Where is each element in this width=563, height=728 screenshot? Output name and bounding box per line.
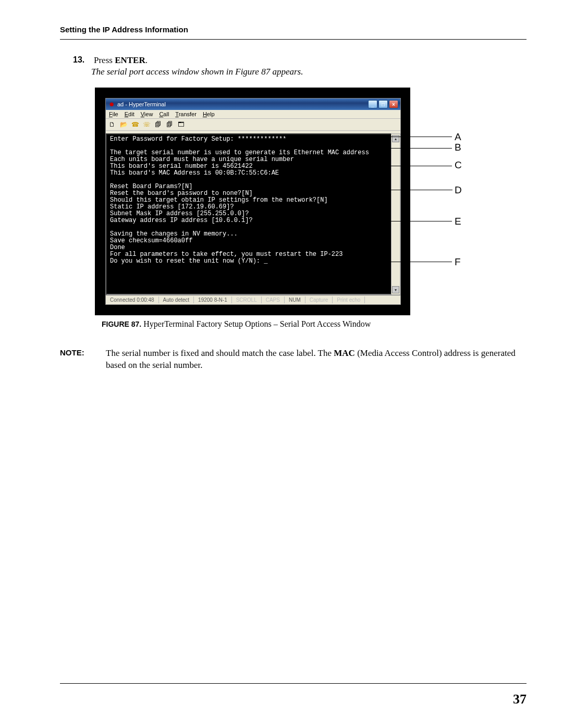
properties-icon[interactable]: 🗔 <box>177 120 185 129</box>
status-detect: Auto detect <box>159 297 194 303</box>
callout-e: E <box>455 216 461 227</box>
menu-call[interactable]: Call <box>159 111 169 117</box>
section-header: Setting the IP Address Information <box>60 25 527 34</box>
scroll-down-icon[interactable]: ▾ <box>392 286 399 293</box>
callout-line-f <box>275 262 452 262</box>
figure-label: FIGURE 87. <box>102 320 141 328</box>
status-num: NUM <box>285 297 305 303</box>
minimize-button[interactable]: _ <box>368 100 377 108</box>
status-capture: Capture <box>305 297 333 303</box>
menu-help[interactable]: Help <box>203 111 215 117</box>
status-scroll: SCROLL <box>232 297 262 303</box>
menu-file[interactable]: File <box>109 111 118 117</box>
menubar[interactable]: File Edit View Call Transfer Help <box>106 110 400 119</box>
send-icon[interactable]: 🗐 <box>154 120 162 129</box>
statusbar: Connected 0:00:48 Auto detect 19200 8-N-… <box>106 295 400 304</box>
note-text-pre: The serial number is fixed and should ma… <box>106 348 334 358</box>
footer-rule <box>60 683 527 684</box>
figure-area: ✺ ad - HyperTerminal _ □ × File Edit Vie… <box>95 88 527 315</box>
scrollbar[interactable]: ▴ ▾ <box>391 133 400 295</box>
step-text-post: . <box>145 55 148 65</box>
phone-icon[interactable]: ☎ <box>131 120 139 129</box>
callout-line-a <box>285 137 452 137</box>
page-number: 37 <box>513 692 527 707</box>
screenshot-border: ✺ ad - HyperTerminal _ □ × File Edit Vie… <box>95 88 410 315</box>
callout-line-c <box>285 166 452 166</box>
callout-a: A <box>455 131 461 143</box>
callout-f: F <box>455 256 461 268</box>
callout-c: C <box>455 159 462 171</box>
step-italic: The serial port access window shown in F… <box>91 67 527 77</box>
menu-edit[interactable]: Edit <box>125 111 134 117</box>
terminal-output[interactable]: Enter Password for Factory Setup: ******… <box>106 133 391 295</box>
callout-d: D <box>455 184 462 196</box>
status-baud: 19200 8-N-1 <box>194 297 232 303</box>
step-number: 13. <box>73 55 89 66</box>
header-rule <box>60 39 527 40</box>
callout-line-d <box>340 190 452 190</box>
toolbar: 🗋 📂 ☎ ☏ 🗐 🗐 🗔 <box>106 119 400 131</box>
callout-line-e <box>275 221 452 221</box>
status-print: Print echo <box>333 297 365 303</box>
maximize-button[interactable]: □ <box>378 100 388 108</box>
step-text: Press ENTER. <box>94 55 148 66</box>
open-folder-icon[interactable]: 📂 <box>119 120 128 129</box>
note-label: NOTE: <box>60 348 91 372</box>
status-caps: CAPS <box>262 297 285 303</box>
callout-line-b <box>369 148 452 149</box>
new-file-icon[interactable]: 🗋 <box>108 120 116 129</box>
step-text-pre: Press <box>94 55 115 65</box>
receive-icon[interactable]: 🗐 <box>165 120 174 129</box>
figure-caption: FIGURE 87. HyperTerminal Factory Setup O… <box>102 319 527 329</box>
note-text-bold: MAC <box>334 348 355 358</box>
callout-b: B <box>455 142 461 153</box>
hangup-icon[interactable]: ☏ <box>142 120 151 129</box>
note: NOTE: The serial number is fixed and sho… <box>60 348 527 372</box>
close-button[interactable]: × <box>389 100 398 108</box>
note-text: The serial number is fixed and should ma… <box>106 348 527 372</box>
figure-caption-text: HyperTerminal Factory Setup Options – Se… <box>143 319 371 328</box>
app-icon: ✺ <box>108 101 115 108</box>
window-title: ad - HyperTerminal <box>117 101 166 107</box>
hyperterminal-window: ✺ ad - HyperTerminal _ □ × File Edit Vie… <box>105 98 401 305</box>
window-titlebar[interactable]: ✺ ad - HyperTerminal _ □ × <box>106 98 400 110</box>
menu-view[interactable]: View <box>141 111 153 117</box>
step-text-bold: ENTER <box>115 55 145 65</box>
status-connected: Connected 0:00:48 <box>106 297 159 303</box>
menu-transfer[interactable]: Transfer <box>175 111 197 117</box>
